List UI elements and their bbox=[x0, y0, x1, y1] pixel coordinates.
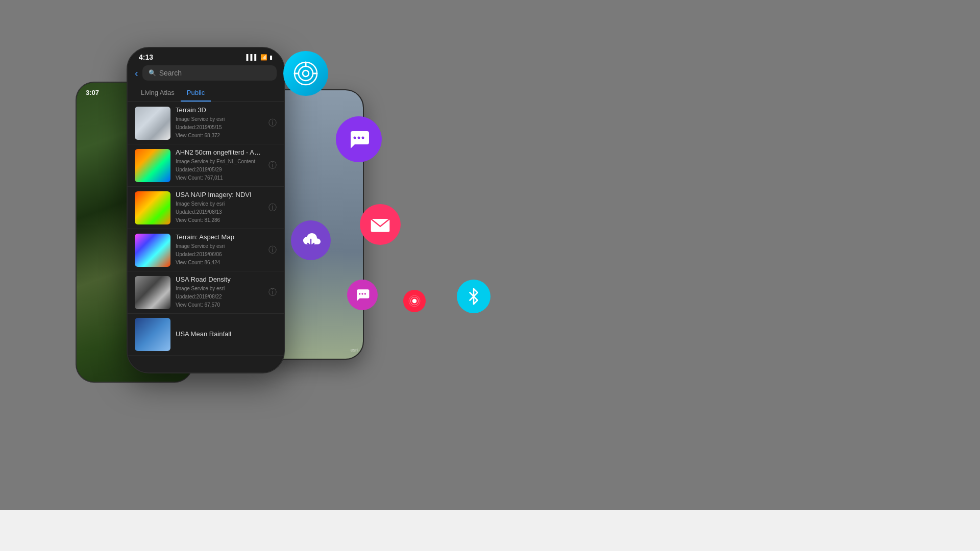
item-title: USA NAIP Imagery: NDVI bbox=[176, 191, 263, 198]
phone-back-time: 3:07 bbox=[86, 89, 99, 96]
svg-point-14 bbox=[412, 299, 417, 304]
tab-living-atlas[interactable]: Living Atlas bbox=[135, 86, 181, 102]
info-icon[interactable]: ⓘ bbox=[268, 287, 277, 298]
list-item[interactable]: USA NAIP Imagery: NDVI Image Service by … bbox=[128, 187, 284, 229]
mail-icon[interactable] bbox=[360, 204, 401, 245]
item-thumbnail bbox=[135, 149, 170, 182]
back-button[interactable]: ‹ bbox=[135, 67, 138, 79]
tabs: Living Atlas Public bbox=[128, 84, 284, 102]
item-thumbnail bbox=[135, 234, 170, 267]
item-title: AHN2 50cm ongefilterd - Asp... bbox=[176, 148, 263, 156]
item-type: Image Service by Esri_NL_Content bbox=[176, 158, 263, 166]
svg-point-2 bbox=[303, 70, 309, 77]
svg-point-8 bbox=[362, 137, 364, 139]
item-viewcount: View Count: 81,286 bbox=[176, 216, 263, 224]
main-phone-time: 4:13 bbox=[139, 53, 153, 61]
list-item[interactable]: USA Mean Rainfall bbox=[128, 314, 284, 356]
search-area: ‹ 🔍 Search bbox=[128, 61, 284, 84]
item-type: Image Service by esri bbox=[176, 200, 263, 208]
item-info: USA NAIP Imagery: NDVI Image Service by … bbox=[176, 191, 263, 224]
item-info: USA Mean Rainfall bbox=[176, 330, 277, 339]
wifi-icon: 📶 bbox=[260, 54, 267, 61]
search-box[interactable]: 🔍 Search bbox=[142, 65, 277, 81]
svg-point-7 bbox=[358, 137, 360, 139]
item-info: Terrain 3D Image Service by esri Updated… bbox=[176, 106, 263, 140]
svg-point-10 bbox=[359, 293, 360, 294]
item-type: Image Service by esri bbox=[176, 242, 263, 251]
item-title: Terrain 3D bbox=[176, 106, 263, 114]
item-info: USA Road Density Image Service by esri U… bbox=[176, 276, 263, 309]
esri-watermark: esri bbox=[350, 347, 358, 353]
item-updated: Updated:2019/05/15 bbox=[176, 123, 263, 132]
messages-large-icon[interactable] bbox=[336, 116, 382, 162]
svg-point-6 bbox=[354, 137, 356, 139]
item-updated: Updated:2019/05/29 bbox=[176, 166, 263, 174]
list-item[interactable]: Terrain 3D Image Service by esri Updated… bbox=[128, 102, 284, 144]
list-item[interactable]: Terrain: Aspect Map Image Service by esr… bbox=[128, 229, 284, 271]
phone-main-inner: 4:13 ▌▌▌ 📶 ▮ ‹ 🔍 Search Living Atlas Pub… bbox=[128, 48, 284, 372]
svg-point-11 bbox=[361, 293, 363, 294]
battery-icon: ▮ bbox=[270, 54, 273, 61]
signal-icon[interactable] bbox=[403, 290, 426, 312]
svg-point-1 bbox=[299, 66, 313, 81]
status-icons: ▌▌▌ 📶 ▮ bbox=[247, 54, 273, 61]
signal-icon: ▌▌▌ bbox=[247, 54, 258, 60]
item-viewcount: View Count: 767,011 bbox=[176, 174, 263, 182]
item-thumbnail bbox=[135, 191, 170, 224]
bottom-bar bbox=[0, 510, 980, 551]
info-icon[interactable]: ⓘ bbox=[268, 245, 277, 256]
item-viewcount: View Count: 68,372 bbox=[176, 132, 263, 140]
search-input[interactable]: Search bbox=[159, 69, 182, 77]
info-icon[interactable]: ⓘ bbox=[268, 160, 277, 171]
item-title: Terrain: Aspect Map bbox=[176, 233, 263, 241]
item-thumbnail bbox=[135, 318, 170, 351]
svg-point-12 bbox=[364, 293, 366, 294]
item-title: USA Mean Rainfall bbox=[176, 330, 277, 338]
tab-public[interactable]: Public bbox=[181, 86, 211, 102]
item-title: USA Road Density bbox=[176, 276, 263, 283]
item-updated: Updated:2019/06/06 bbox=[176, 251, 263, 259]
airdrop-icon[interactable] bbox=[283, 51, 328, 96]
search-icon: 🔍 bbox=[149, 69, 156, 77]
bluetooth-icon[interactable] bbox=[457, 280, 491, 313]
item-info: Terrain: Aspect Map Image Service by esr… bbox=[176, 233, 263, 267]
item-thumbnail bbox=[135, 107, 170, 140]
phone-main: 4:13 ▌▌▌ 📶 ▮ ‹ 🔍 Search Living Atlas Pub… bbox=[127, 47, 285, 373]
item-updated: Updated:2019/08/13 bbox=[176, 208, 263, 216]
status-bar: 4:13 ▌▌▌ 📶 ▮ bbox=[128, 48, 284, 61]
list-container: Terrain 3D Image Service by esri Updated… bbox=[128, 102, 284, 356]
item-viewcount: View Count: 67,570 bbox=[176, 301, 263, 309]
chat-small-icon[interactable] bbox=[347, 280, 378, 310]
list-item[interactable]: AHN2 50cm ongefilterd - Asp... Image Ser… bbox=[128, 144, 284, 187]
item-type: Image Service by esri bbox=[176, 115, 263, 123]
list-item[interactable]: USA Road Density Image Service by esri U… bbox=[128, 271, 284, 314]
item-viewcount: View Count: 86,424 bbox=[176, 259, 263, 267]
item-info: AHN2 50cm ongefilterd - Asp... Image Ser… bbox=[176, 148, 263, 182]
item-updated: Updated:2019/08/22 bbox=[176, 293, 263, 301]
info-icon[interactable]: ⓘ bbox=[268, 118, 277, 129]
item-thumbnail bbox=[135, 276, 170, 309]
info-icon[interactable]: ⓘ bbox=[268, 203, 277, 213]
item-type: Image Service by esri bbox=[176, 285, 263, 293]
download-icon[interactable] bbox=[291, 220, 331, 260]
